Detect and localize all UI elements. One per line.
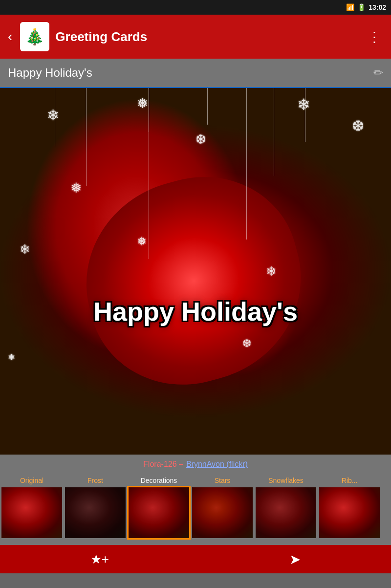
thumb-ribbons	[319, 487, 380, 538]
status-icons: 📶 🔋 13:02	[346, 3, 386, 11]
attribution-bar: Flora-126 – BrynnAvon (flickr)	[0, 455, 391, 474]
filter-frost[interactable]: Frost	[64, 475, 127, 540]
add-favorite-button[interactable]: ★+	[90, 552, 109, 567]
filter-decorations[interactable]: Decorations	[127, 475, 191, 540]
filter-ribbons[interactable]: Rib...	[318, 475, 381, 540]
thumb-original	[1, 487, 62, 538]
filter-thumb-frost[interactable]	[64, 486, 127, 540]
snowflake-11: ❅	[8, 352, 15, 363]
filter-label-ribbons: Rib...	[318, 475, 381, 486]
snowflake-10: ❆	[242, 337, 251, 350]
app-title: Greeting Cards	[55, 29, 358, 44]
snowflake-8: ❅	[137, 235, 147, 248]
title-bar: Happy Holiday's ✏	[0, 59, 391, 88]
bottom-bar: ★+ ➤	[0, 545, 391, 573]
menu-button[interactable]: ⋮	[364, 27, 385, 47]
filter-thumb-ribbons[interactable]	[318, 486, 381, 540]
share-button[interactable]: ➤	[289, 551, 301, 567]
filter-thumb-decorations[interactable]	[127, 486, 191, 540]
edit-button[interactable]: ✏	[373, 66, 383, 80]
filter-label-frost: Frost	[64, 475, 127, 486]
snowflake-5: ❅	[70, 180, 82, 196]
filter-thumb-snowflakes[interactable]	[254, 486, 318, 540]
filter-label-original: Original	[0, 475, 64, 486]
snowflake-3: ❆	[196, 132, 206, 147]
card-title: Happy Holiday's	[8, 66, 373, 80]
status-time: 13:02	[369, 3, 386, 11]
snowflake-7: ❄	[20, 242, 30, 257]
thumb-frost	[65, 487, 126, 538]
filter-label-decorations: Decorations	[127, 475, 191, 486]
filter-snowflakes[interactable]: Snowflakes	[254, 475, 318, 540]
thumb-stars	[192, 487, 253, 538]
snowflake-2: ❅	[137, 95, 148, 111]
hang-line-6	[274, 88, 274, 176]
hang-line-8	[246, 88, 247, 240]
battery-icon: 🔋	[357, 3, 366, 11]
app-bar: ‹ 🎄 Greeting Cards ⋮	[0, 15, 391, 59]
snowflake-4: ❄	[297, 95, 310, 114]
card-image-area: ❄ ❅ ❆ ❄ ❅ ❆ ❄ ❅ ❄ ❆ ❅ Happy Holiday's	[0, 88, 391, 455]
filter-original[interactable]: Original	[0, 475, 64, 540]
wifi-icon: 📶	[346, 3, 354, 11]
filter-stars[interactable]: Stars	[191, 475, 254, 540]
hang-line-5	[86, 88, 87, 186]
snowflake-9: ❄	[266, 264, 277, 279]
filter-thumb-stars[interactable]	[191, 486, 254, 540]
attribution-text: Flora-126 –	[143, 460, 183, 469]
filter-label-stars: Stars	[191, 475, 254, 486]
hang-line-3	[207, 88, 208, 125]
app-logo: 🎄	[20, 22, 49, 51]
status-bar: 📶 🔋 13:02	[0, 0, 391, 15]
snowflake-6: ❆	[352, 117, 364, 134]
filter-label-snowflakes: Snowflakes	[254, 475, 318, 486]
thumb-decorations	[129, 487, 189, 538]
hang-line-7	[149, 88, 149, 259]
card-overlay-text: Happy Holiday's	[93, 296, 298, 327]
back-button[interactable]: ‹	[6, 27, 14, 46]
snowflake-1: ❄	[47, 107, 59, 124]
thumb-snowflakes	[256, 487, 316, 538]
filter-thumb-original[interactable]	[0, 486, 64, 540]
attribution-link[interactable]: BrynnAvon (flickr)	[186, 460, 248, 469]
filter-strip: Original Frost Decorations Stars Snowfla…	[0, 474, 391, 545]
app-logo-icon: 🎄	[25, 27, 44, 46]
